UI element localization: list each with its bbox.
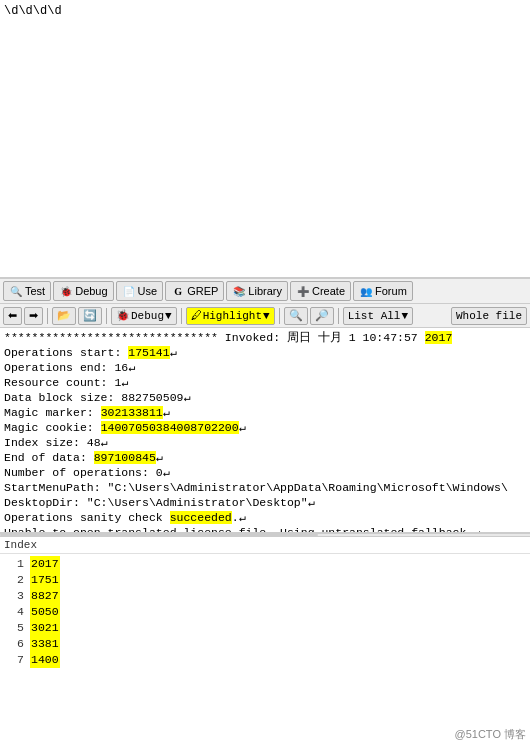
listall-label: List All <box>348 310 401 322</box>
use-icon: 📄 <box>122 284 136 298</box>
index-row-num: 2 <box>4 572 24 588</box>
index-row-num: 1 <box>4 556 24 572</box>
debug-button[interactable]: 🐞 Debug <box>53 281 113 301</box>
use-button[interactable]: 📄 Use <box>116 281 164 301</box>
log-line-8: Number of operations: 0↵ <box>4 465 526 480</box>
log-line-2: Resource count: 1↵ <box>4 375 526 390</box>
log-separator-line: ******************************* Invoked:… <box>4 330 526 345</box>
search-prev-icon: 🔍 <box>289 309 303 322</box>
listall-arrow: ▼ <box>401 310 408 322</box>
index-row: 63381 <box>4 636 526 652</box>
undo-icon: ⬅ <box>8 309 17 322</box>
create-button[interactable]: ➕ Create <box>290 281 351 301</box>
index-row-val: 5050 <box>30 604 60 620</box>
toolbar2: ⬅ ➡ 📂 🔄 🐞 Debug ▼ 🖊 Highlight ▼ 🔍 🔎 List… <box>0 304 530 328</box>
search-next-button[interactable]: 🔎 <box>310 307 334 325</box>
editor-content: \d\d\d\d <box>4 4 526 18</box>
highlight-label: Highlight <box>203 310 262 322</box>
use-label: Use <box>138 285 158 297</box>
redo-button[interactable]: ➡ <box>24 307 43 325</box>
index-row-val: 3021 <box>30 620 60 636</box>
refresh-button[interactable]: 🔄 <box>78 307 102 325</box>
forum-label: Forum <box>375 285 407 297</box>
index-row-num: 3 <box>4 588 24 604</box>
index-row-num: 7 <box>4 652 24 668</box>
sep2 <box>106 308 107 324</box>
listall-dropdown[interactable]: List All ▼ <box>343 307 413 325</box>
log-line-6: Index size: 48↵ <box>4 435 526 450</box>
watermark-text: @51CTO 博客 <box>455 728 526 740</box>
log-line-5: Magic cookie: 14007050384008702200↵ <box>4 420 526 435</box>
open-button[interactable]: 📂 <box>52 307 76 325</box>
index-row: 45050 <box>4 604 526 620</box>
watermark: @51CTO 博客 <box>455 727 526 742</box>
search-prev-button[interactable]: 🔍 <box>284 307 308 325</box>
debug-icon: 🐞 <box>59 284 73 298</box>
index-area: Index 1201721751388274505053021633817140… <box>0 537 530 700</box>
create-label: Create <box>312 285 345 297</box>
redo-icon: ➡ <box>29 309 38 322</box>
log-line-4: Magic marker: 302133811↵ <box>4 405 526 420</box>
grep-button[interactable]: G GREP <box>165 281 224 301</box>
log-line-3: Data block size: 882750509↵ <box>4 390 526 405</box>
toolbar1: 🔍 Test 🐞 Debug 📄 Use G GREP 📚 Library ➕ … <box>0 278 530 304</box>
highlight-dropdown[interactable]: 🖊 Highlight ▼ <box>186 307 275 325</box>
grep-label: GREP <box>187 285 218 297</box>
index-label: Index <box>4 539 37 551</box>
test-label: Test <box>25 285 45 297</box>
log-line-10: DesktopDir: "C:\Users\Administrator\Desk… <box>4 495 526 510</box>
highlight-icon: 🖊 <box>191 309 202 322</box>
sep4 <box>279 308 280 324</box>
test-icon: 🔍 <box>9 284 23 298</box>
debug-dropdown-arrow: ▼ <box>165 310 172 322</box>
index-row: 12017 <box>4 556 526 572</box>
index-row-val: 8827 <box>30 588 60 604</box>
forum-icon: 👥 <box>359 284 373 298</box>
forum-button[interactable]: 👥 Forum <box>353 281 413 301</box>
test-button[interactable]: 🔍 Test <box>3 281 51 301</box>
editor-text: \d\d\d\d <box>4 4 62 18</box>
index-row: 53021 <box>4 620 526 636</box>
grep-icon: G <box>171 284 185 298</box>
sep5 <box>338 308 339 324</box>
search-next-icon: 🔎 <box>315 309 329 322</box>
log-line-7: End of data: 897100845↵ <box>4 450 526 465</box>
undo-button[interactable]: ⬅ <box>3 307 22 325</box>
library-label: Library <box>248 285 282 297</box>
index-header: Index <box>0 537 530 554</box>
library-icon: 📚 <box>232 284 246 298</box>
library-button[interactable]: 📚 Library <box>226 281 288 301</box>
index-row-num: 5 <box>4 620 24 636</box>
log-line-11: Operations sanity check succeeded.↵ <box>4 510 526 525</box>
index-row: 38827 <box>4 588 526 604</box>
index-row: 71400 <box>4 652 526 668</box>
index-row-num: 4 <box>4 604 24 620</box>
log-line-9: StartMenuPath: "C:\Users\Administrator\A… <box>4 480 526 495</box>
wholefile-button[interactable]: Whole file <box>451 307 527 325</box>
log-area[interactable]: ******************************* Invoked:… <box>0 328 530 533</box>
refresh-icon: 🔄 <box>83 309 97 322</box>
log-line-0: Operations start: 175141↵ <box>4 345 526 360</box>
debug-label: Debug <box>75 285 107 297</box>
index-row-num: 6 <box>4 636 24 652</box>
index-table: 12017217513882745050530216338171400 <box>0 554 530 670</box>
index-row: 21751 <box>4 572 526 588</box>
log-line-12: Unable to open translated license file. … <box>4 525 526 533</box>
debug-dropdown-label: Debug <box>131 310 164 322</box>
debug-dropdown-icon: 🐞 <box>116 309 130 322</box>
index-row-val: 3381 <box>30 636 60 652</box>
log-line-1: Operations end: 16↵ <box>4 360 526 375</box>
create-icon: ➕ <box>296 284 310 298</box>
wholefile-label: Whole file <box>456 310 522 322</box>
index-row-val: 2017 <box>30 556 60 572</box>
index-row-val: 1751 <box>30 572 60 588</box>
sep1 <box>47 308 48 324</box>
editor-area[interactable]: \d\d\d\d <box>0 0 530 278</box>
sep3 <box>181 308 182 324</box>
open-icon: 📂 <box>57 309 71 322</box>
highlight-arrow: ▼ <box>263 310 270 322</box>
index-row-val: 1400 <box>30 652 60 668</box>
log-scrollbar-thumb <box>0 534 318 536</box>
debug-dropdown[interactable]: 🐞 Debug ▼ <box>111 307 177 325</box>
